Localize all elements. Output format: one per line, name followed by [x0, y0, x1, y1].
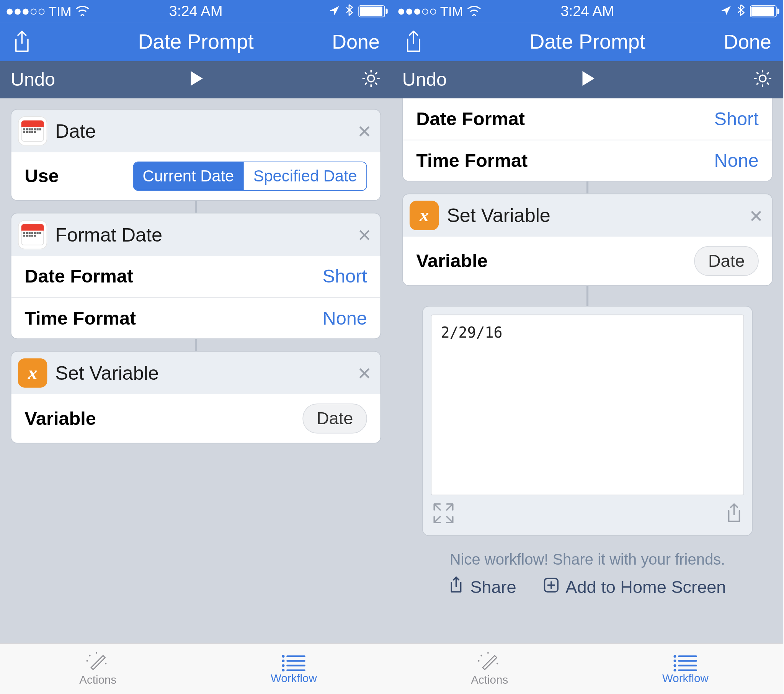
share-icon[interactable]: [404, 30, 423, 54]
svg-line-26: [756, 73, 758, 74]
add-to-home-button[interactable]: Add to Home Screen: [543, 577, 726, 598]
tab-workflow[interactable]: Workflow: [588, 643, 784, 694]
undo-button[interactable]: Undo: [402, 69, 447, 91]
variable-icon: x: [18, 358, 47, 387]
svg-line-28: [756, 83, 758, 85]
result-card: 2/29/16: [422, 306, 753, 536]
wand-icon: [86, 651, 110, 673]
close-icon[interactable]: ×: [749, 204, 763, 227]
date-format-label: Date Format: [416, 108, 525, 130]
tab-label: Workflow: [271, 672, 317, 686]
svg-point-21: [759, 75, 766, 82]
svg-line-7: [365, 83, 367, 85]
share-result-icon[interactable]: [725, 503, 743, 527]
close-icon[interactable]: ×: [358, 120, 371, 142]
status-bar: TIM 3:24 AM: [392, 0, 783, 23]
svg-point-31: [481, 655, 483, 656]
toolbar: Undo: [0, 61, 392, 98]
date-mode-segment[interactable]: Current Date Specified Date: [133, 162, 367, 191]
close-icon[interactable]: ×: [358, 362, 371, 384]
carrier-label: TIM: [440, 4, 463, 19]
svg-point-11: [105, 663, 107, 664]
variable-row[interactable]: Variable Date: [403, 237, 772, 285]
action-date[interactable]: Date × Use Current Date Specified Date: [11, 109, 381, 201]
svg-point-41: [674, 664, 676, 667]
action-title: Set Variable: [447, 204, 741, 226]
svg-point-12: [87, 660, 88, 661]
phone-left: TIM 3:24 AM Date Prompt Done Undo: [0, 0, 392, 694]
calendar-icon: [18, 220, 47, 249]
svg-point-20: [282, 669, 285, 671]
svg-point-18: [282, 659, 285, 662]
carrier-label: TIM: [49, 4, 72, 19]
location-icon: [329, 3, 340, 20]
battery-icon: [358, 5, 385, 17]
play-icon[interactable]: [186, 69, 205, 91]
variable-token[interactable]: Date: [302, 404, 367, 434]
close-icon[interactable]: ×: [358, 224, 371, 246]
svg-point-19: [282, 664, 285, 667]
action-title: Set Variable: [55, 362, 350, 384]
date-format-value[interactable]: Short: [323, 266, 367, 287]
gear-icon[interactable]: [361, 69, 381, 91]
workflow-canvas[interactable]: Date × Use Current Date Specified Date: [0, 98, 392, 643]
action-set-variable[interactable]: x Set Variable × Variable Date: [11, 351, 381, 443]
action-title: Date: [55, 120, 350, 142]
plus-square-icon: [543, 577, 559, 598]
variable-token[interactable]: Date: [694, 246, 758, 276]
segment-specified-date[interactable]: Specified Date: [244, 162, 367, 190]
time-format-row[interactable]: Time Format None: [12, 297, 380, 338]
add-home-label: Add to Home Screen: [565, 577, 726, 598]
connector: [586, 286, 588, 306]
tab-label: Actions: [79, 674, 116, 687]
svg-line-8: [375, 73, 377, 74]
done-button[interactable]: Done: [332, 31, 380, 53]
svg-line-6: [375, 83, 377, 85]
tab-actions[interactable]: Actions: [392, 643, 588, 694]
status-time: 3:24 AM: [169, 3, 222, 20]
expand-icon[interactable]: [432, 502, 455, 527]
result-output[interactable]: 2/29/16: [431, 315, 744, 495]
date-format-row[interactable]: Date Format Short: [403, 98, 772, 140]
toolbar: Undo: [392, 61, 783, 98]
page-title: Date Prompt: [138, 30, 254, 54]
signal-dots: [7, 8, 44, 15]
status-time: 3:24 AM: [560, 3, 614, 20]
action-format-date[interactable]: Format Date × Date Format Short Time For…: [11, 213, 381, 339]
tab-actions[interactable]: Actions: [0, 643, 196, 694]
action-set-variable[interactable]: x Set Variable × Variable Date: [402, 193, 773, 285]
tab-label: Workflow: [662, 672, 708, 686]
use-label: Use: [25, 166, 59, 187]
time-format-value[interactable]: None: [714, 150, 759, 171]
done-button[interactable]: Done: [723, 31, 771, 53]
variable-label: Variable: [416, 251, 488, 272]
date-format-value[interactable]: Short: [714, 108, 759, 130]
action-title: Format Date: [55, 224, 350, 246]
page-title: Date Prompt: [529, 30, 645, 54]
battery-icon: [750, 5, 776, 17]
connector: [195, 339, 197, 351]
list-icon: [281, 653, 307, 672]
time-format-value[interactable]: None: [323, 307, 367, 329]
share-icon[interactable]: [12, 30, 32, 54]
time-format-label: Time Format: [416, 150, 527, 171]
action-format-date[interactable]: Date Format Short Time Format None: [402, 98, 773, 181]
workflow-canvas[interactable]: Date Format Short Time Format None x Set…: [392, 98, 783, 643]
variable-icon: x: [410, 201, 439, 230]
share-button[interactable]: Share: [449, 577, 516, 598]
play-icon[interactable]: [578, 69, 597, 91]
segment-current-date[interactable]: Current Date: [133, 162, 243, 190]
bluetooth-icon: [737, 3, 745, 20]
gear-icon[interactable]: [753, 69, 772, 91]
list-icon: [672, 653, 698, 672]
svg-point-39: [674, 655, 676, 658]
svg-line-27: [767, 83, 769, 85]
svg-line-5: [365, 73, 367, 74]
wifi-icon: [467, 3, 482, 20]
date-format-row[interactable]: Date Format Short: [12, 256, 380, 297]
svg-point-0: [368, 75, 374, 82]
tab-workflow[interactable]: Workflow: [196, 643, 392, 694]
undo-button[interactable]: Undo: [11, 69, 55, 91]
variable-row[interactable]: Variable Date: [12, 394, 380, 443]
time-format-row[interactable]: Time Format None: [403, 140, 772, 181]
